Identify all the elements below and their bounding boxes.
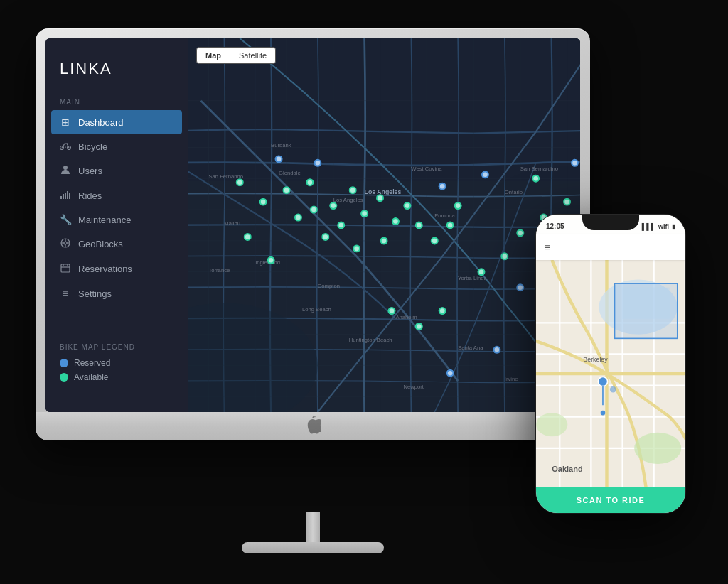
map-button-satellite[interactable]: Satellite	[230, 47, 276, 64]
imac-stand	[270, 512, 355, 568]
svg-text:Glendale: Glendale	[279, 170, 301, 176]
svg-point-2	[63, 166, 68, 170]
svg-rect-7	[69, 193, 70, 199]
svg-point-123	[572, 161, 577, 166]
svg-text:San Bernardino: San Bernardino	[520, 166, 558, 172]
phone-app-header: ≡	[536, 234, 685, 260]
svg-point-89	[417, 223, 422, 228]
app-logo: LINKA	[46, 53, 188, 92]
imac-bezel: LINKA Main ⊞ Dashboard	[46, 38, 580, 412]
rides-icon	[60, 190, 71, 201]
scan-to-ride-label: SCAN TO RIDE	[577, 496, 646, 504]
bicycle-icon	[60, 141, 71, 152]
imac-computer: LINKA Main ⊞ Dashboard	[36, 28, 590, 512]
svg-point-107	[518, 231, 523, 236]
map-area: Map Satellite	[188, 38, 580, 412]
svg-text:Newport: Newport	[403, 384, 424, 390]
maintenance-icon: 🔧	[60, 214, 71, 225]
phone-map-container: Oakland Berkeley	[536, 260, 685, 487]
reserved-dot	[60, 359, 68, 367]
scene: LINKA Main ⊞ Dashboard	[0, 0, 728, 584]
sidebar-item-dashboard[interactable]: ⊞ Dashboard	[51, 110, 182, 134]
sidebar-item-geoblocks[interactable]: GeoBlocks	[46, 232, 188, 256]
legend-title: Bike Map Legend	[60, 343, 173, 351]
svg-point-87	[405, 203, 410, 208]
svg-point-111	[564, 200, 569, 205]
svg-point-129	[316, 161, 321, 166]
svg-text:Oakland: Oakland	[552, 465, 582, 473]
settings-icon: ≡	[60, 288, 71, 299]
svg-text:Pomona: Pomona	[434, 212, 455, 219]
app-ui: LINKA Main ⊞ Dashboard	[46, 38, 580, 412]
svg-point-61	[350, 188, 355, 193]
stand-neck	[306, 512, 320, 544]
svg-point-71	[378, 195, 382, 200]
sidebar-label-bicycle: Bicycle	[78, 141, 107, 152]
sidebar-label-users: Users	[78, 166, 102, 176]
svg-point-158	[536, 413, 567, 436]
svg-point-139	[495, 347, 500, 352]
phone-scan-bar[interactable]: SCAN TO RIDE	[536, 487, 685, 513]
legend-reserved: Reserved	[60, 358, 173, 368]
svg-point-103	[479, 269, 484, 274]
svg-point-113	[533, 176, 538, 181]
nav-section-label: Main	[46, 92, 188, 110]
svg-point-85	[393, 219, 398, 224]
svg-point-119	[269, 258, 274, 263]
svg-point-160	[598, 377, 607, 386]
svg-point-99	[417, 324, 422, 329]
sidebar-label-rides: Rides	[78, 190, 102, 201]
svg-text:Yorba Linda: Yorba Linda	[458, 275, 487, 281]
svg-text:Irvine: Irvine	[505, 376, 518, 382]
map-legend: Bike Map Legend Reserved Available	[46, 332, 188, 398]
sidebar-item-reservations[interactable]: Reservations	[46, 256, 188, 281]
svg-text:Anaheim: Anaheim	[395, 314, 417, 320]
svg-point-9	[64, 242, 67, 244]
signal-icon: ▌▌▌	[642, 223, 655, 230]
svg-text:West Covina: West Covina	[411, 166, 442, 172]
svg-text:Burbank: Burbank	[271, 142, 291, 148]
sidebar-item-settings[interactable]: ≡ Settings	[46, 281, 188, 305]
sidebar: LINKA Main ⊞ Dashboard	[46, 38, 188, 412]
svg-point-137	[448, 371, 453, 376]
map-button-map[interactable]: Map	[196, 47, 230, 64]
imac-chin	[36, 412, 590, 440]
map-controls: Map Satellite	[196, 47, 276, 64]
phone-frame: 12:05 ▌▌▌ wifi ▮ ≡	[536, 215, 685, 513]
imac-frame: LINKA Main ⊞ Dashboard	[36, 28, 590, 440]
svg-point-81	[354, 247, 359, 252]
phone-map-svg: Oakland Berkeley	[536, 260, 685, 487]
reservations-icon	[60, 263, 71, 275]
sidebar-item-maintenance[interactable]: 🔧 Maintenance	[46, 207, 188, 232]
hamburger-icon[interactable]: ≡	[545, 242, 550, 253]
geoblocks-icon	[60, 238, 71, 250]
svg-point-162	[610, 386, 616, 393]
svg-text:Compton: Compton	[318, 283, 340, 289]
phone-notch	[582, 215, 639, 230]
svg-point-93	[448, 223, 453, 228]
phone: 12:05 ▌▌▌ wifi ▮ ≡	[536, 215, 685, 513]
stand-base	[242, 542, 384, 553]
sidebar-label-settings: Settings	[78, 288, 112, 299]
svg-point-65	[362, 211, 367, 216]
svg-point-97	[390, 308, 395, 313]
svg-rect-14	[61, 264, 70, 272]
svg-point-75	[284, 188, 289, 193]
sidebar-label-dashboard: Dashboard	[78, 117, 124, 128]
svg-point-117	[245, 234, 250, 239]
svg-rect-4	[63, 194, 64, 199]
sidebar-item-bicycle[interactable]: Bicycle	[46, 134, 188, 158]
svg-point-77	[296, 215, 301, 220]
sidebar-item-users[interactable]: Users	[46, 158, 188, 183]
svg-point-91	[432, 239, 437, 244]
svg-text:Malibu: Malibu	[224, 220, 240, 227]
sidebar-item-rides[interactable]: Rides	[46, 183, 188, 207]
svg-point-135	[518, 285, 523, 290]
svg-point-95	[456, 203, 461, 208]
sidebar-label-reservations: Reservations	[78, 264, 132, 274]
svg-point-105	[503, 254, 508, 259]
svg-point-83	[382, 239, 387, 244]
svg-text:Ontario: Ontario	[505, 189, 523, 195]
svg-text:Torrance: Torrance	[208, 267, 230, 274]
svg-text:Huntington Beach: Huntington Beach	[349, 337, 392, 343]
